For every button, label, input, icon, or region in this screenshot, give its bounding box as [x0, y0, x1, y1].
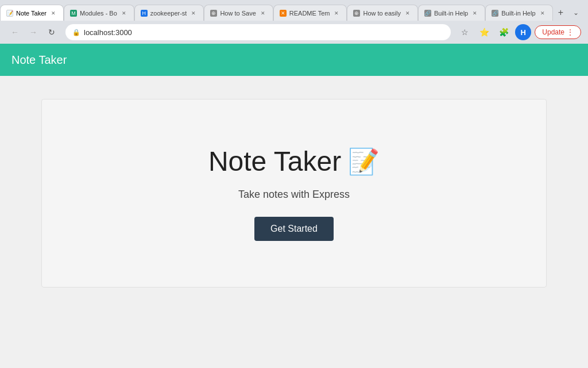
tab-title-8: Note Taker: [16, 10, 47, 17]
tab-builtin-help-1[interactable]: 🔗 Built-in Help ✕: [418, 5, 485, 21]
app-header: Note Taker: [0, 44, 588, 76]
browser-chrome: 📝 Note Taker ✕ M Modules - Bo ✕ H zookee…: [0, 0, 588, 44]
tab-favicon-8: 📝: [6, 10, 13, 17]
tab-title-2: zookeeper-st: [150, 10, 187, 17]
tab-close-2[interactable]: ✕: [189, 9, 198, 17]
tab-zookeeper[interactable]: H zookeeper-st ✕: [134, 5, 204, 21]
tab-title-7: Built-in Help: [501, 10, 535, 17]
profile-button[interactable]: H: [515, 24, 531, 40]
app-header-title: Note Taker: [11, 53, 67, 67]
tab-close-1[interactable]: ✕: [120, 9, 128, 17]
nav-buttons: ← → ↻: [7, 24, 60, 40]
tab-favicon-4: ✕: [280, 10, 287, 17]
tab-favicon-7: 🔗: [492, 10, 498, 17]
tab-title-3: How to Save: [220, 10, 256, 17]
tab-readme[interactable]: ✕ README Tem ✕: [273, 5, 347, 21]
hero-title-text: Note Taker: [208, 145, 341, 177]
new-tab-button[interactable]: +: [553, 5, 569, 21]
app-content: Note Taker 📝 Take notes with Express Get…: [0, 76, 588, 310]
get-started-button[interactable]: Get Started: [254, 217, 334, 241]
extensions-icon[interactable]: 🧩: [496, 24, 512, 40]
tab-close-5[interactable]: ✕: [404, 9, 412, 17]
tab-title-4: README Tem: [289, 10, 330, 17]
tab-how-to-save[interactable]: ⊕ How to Save ✕: [204, 5, 273, 21]
tab-favicon-5: ⊕: [353, 10, 360, 17]
toolbar-actions: ☆ ⭐ 🧩 H Update ⋮: [457, 24, 581, 40]
star-icon[interactable]: ⭐: [476, 24, 492, 40]
update-menu-icon: ⋮: [567, 28, 574, 36]
tab-close-4[interactable]: ✕: [332, 9, 341, 17]
tab-overflow-button[interactable]: ⌄: [569, 5, 583, 21]
reload-button[interactable]: ↻: [44, 24, 60, 40]
tab-close-7[interactable]: ✕: [539, 9, 547, 17]
tab-favicon-1: M: [70, 10, 77, 17]
url-bar[interactable]: 🔒 localhost:3000: [65, 24, 451, 40]
hero-emoji: 📝: [348, 147, 380, 177]
tab-modules[interactable]: M Modules - Bo ✕: [64, 5, 134, 21]
forward-button[interactable]: →: [25, 24, 41, 40]
tab-title-5: How to easily: [363, 10, 400, 17]
address-bar: ← → ↻ 🔒 localhost:3000 ☆ ⭐ 🧩 H Update ⋮: [0, 21, 588, 44]
tab-close-3[interactable]: ✕: [259, 9, 267, 17]
tab-how-to-easily[interactable]: ⊕ How to easily ✕: [347, 5, 417, 21]
tab-favicon-3: ⊕: [210, 10, 217, 17]
tab-favicon-2: H: [141, 10, 148, 17]
bookmark-icon[interactable]: ☆: [457, 24, 473, 40]
tab-close-8[interactable]: ✕: [49, 9, 57, 17]
lock-icon: 🔒: [72, 29, 80, 36]
tab-close-6[interactable]: ✕: [471, 9, 479, 17]
hero-card: Note Taker 📝 Take notes with Express Get…: [41, 99, 547, 288]
url-text: localhost:3000: [84, 28, 132, 37]
tab-note-taker[interactable]: 📝 Note Taker ✕: [0, 5, 64, 21]
tab-builtin-help-2[interactable]: 🔗 Built-in Help ✕: [485, 5, 552, 21]
tab-title-1: Modules - Bo: [80, 10, 117, 17]
tab-favicon-6: 🔗: [424, 10, 431, 17]
update-button[interactable]: Update ⋮: [535, 25, 581, 39]
tab-title-6: Built-in Help: [434, 10, 468, 17]
back-button[interactable]: ←: [7, 24, 23, 40]
update-label: Update: [542, 28, 564, 36]
hero-subtitle: Take notes with Express: [238, 189, 350, 201]
tab-bar: 📝 Note Taker ✕ M Modules - Bo ✕ H zookee…: [0, 0, 588, 21]
hero-title-container: Note Taker 📝: [208, 145, 380, 177]
